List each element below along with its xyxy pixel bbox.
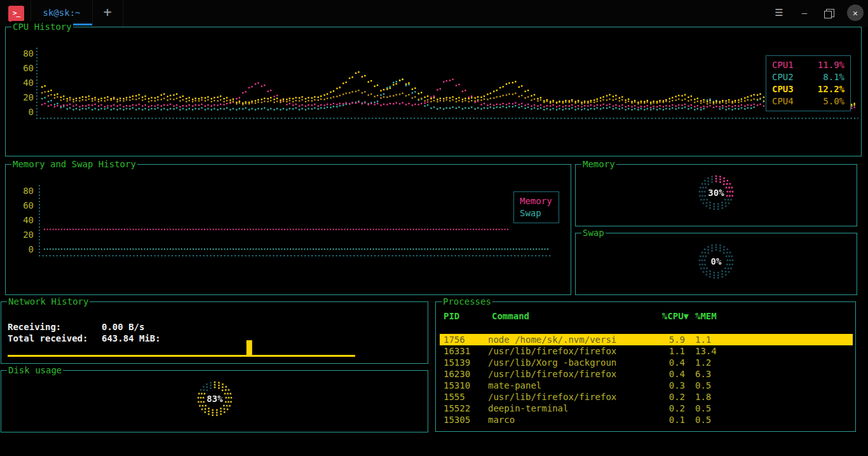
col-pid: 15139: [444, 357, 488, 368]
col-mem: 1.2: [685, 357, 729, 368]
col-cpu-sort[interactable]: %CPU▼: [652, 311, 689, 321]
col-mem: 6.3: [685, 368, 729, 380]
memswap-history-chart: [37, 174, 551, 263]
new-tab-button[interactable]: +: [92, 0, 123, 27]
col-cmd: node /home/sk/.nvm/versi: [488, 334, 648, 345]
disk-usage-panel: Disk usage 83%: [1, 370, 428, 432]
menu-icon[interactable]: ☰: [771, 4, 787, 21]
y-tick-label: 80: [12, 48, 34, 59]
disk-percent: 83%: [207, 394, 222, 404]
process-row[interactable]: 16230/usr/lib/firefox/firefox0.46.3: [440, 368, 853, 380]
process-row[interactable]: 15305marco0.10.5: [440, 414, 853, 425]
col-cpu: 0.4: [648, 368, 685, 380]
y-tick-label: 40: [12, 215, 34, 225]
tab-title: sk@sk:~: [43, 8, 80, 18]
swap-title: Swap: [581, 227, 606, 238]
memswap-legend: MemorySwap: [513, 191, 559, 223]
terminal-window: >_ sk@sk:~ + ☰ — ✕ CPU History 806040200…: [0, 0, 868, 456]
process-table-header: PID Command %CPU▼ %MEM: [436, 311, 863, 321]
col-cpu: 0.2: [648, 391, 685, 403]
col-pid: 16230: [444, 368, 488, 380]
col-mem: 1.1: [685, 334, 729, 345]
cpu-history-panel: CPU History 806040200 CPU111.9%CPU28.1%C…: [5, 27, 862, 156]
y-tick-label: 20: [12, 230, 34, 240]
legend-entry: CPU111.9%: [772, 59, 844, 71]
titlebar: >_ sk@sk:~ + ☰ — ✕: [0, 0, 868, 27]
col-cpu: 1.1: [648, 345, 685, 357]
processes-title: Processes: [442, 296, 492, 307]
cpu-y-axis: 806040200: [12, 27, 34, 156]
process-row[interactable]: 16331/usr/lib/firefox/firefox1.113.4: [440, 345, 853, 357]
minimize-icon[interactable]: —: [796, 4, 813, 21]
maximize-icon[interactable]: [822, 4, 838, 21]
col-cpu: 0.4: [648, 357, 685, 368]
col-cmd: /usr/lib/Xorg -backgroun: [488, 357, 648, 368]
disk-usage-title: Disk usage: [7, 364, 63, 376]
process-table-body: 1756node /home/sk/.nvm/versi5.91.116331/…: [436, 334, 855, 425]
processes-panel: Processes PID Command %CPU▼ %MEM 1756nod…: [435, 301, 856, 432]
receiving-value: 0.00 B/s: [102, 322, 144, 332]
col-cpu: 0.1: [648, 414, 685, 425]
process-row[interactable]: 15139/usr/lib/Xorg -backgroun0.41.2: [440, 357, 853, 368]
y-tick-label: 20: [12, 92, 34, 102]
cpu-history-chart: [35, 36, 858, 125]
legend-entry: Swap: [520, 207, 553, 219]
col-pid: 15305: [444, 414, 488, 425]
col-cpu: 0.2: [648, 403, 685, 414]
y-tick-label: 80: [12, 186, 34, 196]
y-tick-label: 60: [12, 200, 34, 211]
memswap-y-axis: 806040200: [12, 165, 34, 294]
memswap-history-panel: Memory and Swap History 806040200 Memory…: [5, 164, 571, 295]
cpu-legend: CPU111.9%CPU28.1%CPU312.2%CPU45.0%: [766, 55, 851, 111]
legend-entry: CPU312.2%: [772, 83, 844, 95]
col-cmd: deepin-terminal: [488, 403, 648, 414]
col-pid: 16331: [444, 345, 488, 357]
col-mem: 0.5: [685, 414, 729, 425]
legend-entry: Memory: [520, 195, 553, 207]
col-mem: 13.4: [685, 345, 729, 357]
process-row[interactable]: 1555/usr/lib/firefox/firefox0.21.8: [440, 391, 853, 403]
col-cpu: 0.3: [648, 380, 685, 391]
col-pid: 15522: [444, 403, 488, 414]
col-pid: 1756: [444, 334, 488, 345]
window-controls: ☰ — ✕: [771, 4, 864, 21]
y-tick-label: 60: [12, 63, 34, 73]
network-history-panel: Network History Receiving:0.00 B/s Total…: [1, 301, 428, 364]
swap-panel: Swap 0%: [575, 233, 857, 295]
col-cmd: mate-panel: [488, 380, 648, 391]
process-row[interactable]: 15522deepin-terminal0.20.5: [440, 403, 853, 414]
y-tick-label: 0: [12, 244, 34, 254]
terminal-app-icon: >_: [8, 6, 24, 22]
memory-panel: Memory 30%: [575, 164, 857, 226]
col-mem: 0.5: [685, 380, 729, 391]
legend-entry: CPU28.1%: [772, 71, 844, 83]
col-cmd: /usr/lib/firefox/firefox: [488, 368, 648, 380]
col-pid[interactable]: PID: [444, 311, 492, 321]
process-row-selected[interactable]: 1756node /home/sk/.nvm/versi5.91.1: [440, 334, 853, 345]
network-sparkline: [5, 339, 424, 359]
col-cmd: /usr/lib/firefox/firefox: [488, 345, 648, 357]
y-tick-label: 0: [12, 107, 34, 117]
col-cpu: 5.9: [648, 334, 685, 345]
y-tick-label: 40: [12, 78, 34, 88]
col-command[interactable]: Command: [492, 311, 652, 321]
col-pid: 1555: [444, 391, 488, 403]
close-icon[interactable]: ✕: [847, 4, 864, 21]
memory-title: Memory: [581, 158, 616, 170]
col-mem[interactable]: %MEM: [689, 311, 733, 321]
col-mem: 1.8: [685, 391, 729, 403]
swap-percent: 0%: [711, 256, 722, 266]
col-cmd: marco: [488, 414, 648, 425]
col-cmd: /usr/lib/firefox/firefox: [488, 391, 648, 403]
memory-percent: 30%: [708, 188, 724, 198]
network-history-title: Network History: [7, 296, 90, 307]
col-pid: 15310: [444, 380, 488, 391]
legend-entry: CPU45.0%: [772, 95, 844, 107]
receiving-label: Receiving:: [8, 321, 102, 333]
col-mem: 0.5: [685, 403, 729, 414]
process-row[interactable]: 15310mate-panel0.30.5: [440, 380, 853, 391]
